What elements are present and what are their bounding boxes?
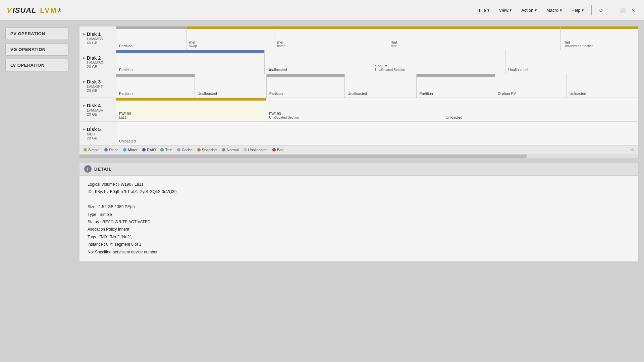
disk-1-seg-3[interactable]: rhel home (274, 26, 388, 50)
maximize-btn[interactable]: ⬜ (619, 6, 627, 14)
disk-3-seg-7[interactable]: Unloacted (567, 74, 638, 98)
legend-unallocated-label: Unallocated (248, 148, 268, 152)
disk-3-seg-1-label: Partition (119, 92, 192, 96)
detail-status: Status : READ WRITE ACTIVATED (88, 219, 630, 225)
disk-3-seg-4[interactable]: Unalloacted (345, 74, 417, 98)
disk-1-seg-1-bar (116, 26, 186, 29)
disk-5-type: MBR (87, 132, 101, 136)
disk-5-seg-1-bar (116, 122, 638, 124)
lv-operation-btn[interactable]: LV OPERATION (5, 59, 68, 71)
file-menu-btn[interactable]: File ▾ (474, 5, 494, 15)
disk-4-seg-3-label: Unloacted (446, 115, 636, 119)
disk-3-seg-6-label: Orphan PV (498, 92, 564, 96)
disk-4-seg-3-bar (443, 98, 638, 101)
disk-3-segments: Partition Unalloacted Partition Unalloac… (116, 74, 638, 98)
close-btn[interactable]: ✕ (629, 6, 637, 14)
legend-mirror-dot (123, 148, 126, 152)
legend-unallocated: Unallocated (244, 148, 268, 152)
h-scroll-thumb (79, 155, 527, 158)
disk-4-name: Disk 4 (87, 103, 103, 108)
disk-2-arrow-icon: ▶ (83, 56, 86, 60)
vg-operation-btn[interactable]: VG OPERATION (5, 43, 68, 56)
disk-3-seg-6-bar (495, 74, 567, 77)
disk-5-arrow: ▶ Disk 5 MBR 20 GB (83, 127, 113, 140)
disk-3-row: ▶ Disk 3 LVM/GPT 20 GB Partition (79, 74, 638, 98)
disk-2-size: 20 GB (87, 65, 103, 69)
disk-3-seg-6[interactable]: Orphan PV (495, 74, 567, 98)
disk-5-row: ▶ Disk 5 MBR 20 GB Unloacted (79, 122, 638, 145)
disk-1-seg-4-bar (388, 26, 560, 29)
disk-3-seg-3[interactable]: Partition (267, 74, 345, 98)
disk-2-seg-1[interactable]: Partition (116, 50, 265, 74)
disk-1-arrow: ▶ Disk 1 LVM/MBR 60 GB (83, 32, 113, 45)
disk-1-seg-4-label: rhel (391, 40, 558, 44)
legend-normal-label: Normal (227, 148, 238, 152)
disk-1-seg-2[interactable]: rhel swap (186, 26, 274, 50)
disk-2-row: ▶ Disk 2 LVM/MBR 20 GB Partition (79, 50, 638, 74)
disk-4-seg-1-sublabel: La11 (119, 116, 263, 119)
disk-2-seg-3-label: SpitFire (375, 64, 502, 68)
main-content: ▶ Disk 1 LVM/MBR 60 GB Partition (74, 21, 644, 362)
disk-5-seg-1[interactable]: Unloacted (116, 122, 638, 145)
h-scrollbar[interactable] (79, 154, 638, 158)
legend-mirror: Mirror (123, 148, 138, 152)
disk-panel: ▶ Disk 1 LVM/MBR 60 GB Partition (79, 26, 639, 158)
disk-1-seg-2-sublabel: swap (189, 44, 271, 48)
disk-1-seg-5[interactable]: rhel Unallocated Section (561, 26, 638, 50)
disk-1-seg-4[interactable]: rhel root (388, 26, 561, 50)
legend-simple-dot (84, 148, 87, 152)
detail-body: Logical Volume : FW190 / La11 ID : K8yzP… (79, 176, 638, 261)
disk-2-seg-4[interactable]: Unallocated (505, 50, 638, 74)
disk-3-size: 20 GB (87, 88, 103, 93)
legend-bad-label: Bad (277, 148, 284, 152)
detail-allocation: Allocation Policy Inherit (88, 226, 630, 233)
detail-icon: i (84, 165, 92, 173)
disk-2-seg-1-label: Partition (119, 68, 262, 72)
disk-1-seg-5-bar (561, 26, 638, 29)
disk-2-label: ▶ Disk 2 LVM/MBR 20 GB (79, 50, 116, 74)
disk-4-seg-3[interactable]: Unloacted (443, 98, 638, 121)
disk-1-seg-1[interactable]: Partition (116, 26, 186, 50)
disk-3-seg-1[interactable]: Partition (116, 74, 195, 98)
disk-3-seg-5[interactable]: Partition (417, 74, 495, 98)
disk-3-seg-2-label: Unalloacted (198, 92, 264, 96)
disk-2-seg-3[interactable]: SpitFire Unallocated Section (372, 50, 505, 74)
disk-5-arrow-icon: ▶ (83, 127, 86, 131)
disk-2-seg-2[interactable]: Unallocated (265, 50, 372, 74)
legend-raid-dot (142, 148, 146, 152)
view-menu-btn[interactable]: View ▾ (494, 5, 517, 15)
disk-4-seg-1[interactable]: FW190 La11 (116, 98, 266, 121)
action-menu-btn[interactable]: Action ▾ (517, 5, 542, 15)
window-controls: ↺ — ⬜ ✕ (597, 6, 637, 14)
disk-4-seg-2-sublabel: Unallocated Section (269, 116, 440, 119)
legend-thin-dot (160, 148, 164, 152)
legend-cache-label: Cache (182, 148, 193, 152)
logo-v: V (7, 6, 12, 15)
disk-4-row: ▶ Disk 4 LVM/MBR 20 GB FW190 La11 (79, 98, 638, 122)
legend-stripe: Stripe (104, 148, 119, 152)
disk-5-name: Disk 5 (87, 127, 101, 132)
disk-2-seg-1-bar (116, 50, 264, 53)
disk-legend: Simple Stripe Mirror RAID Thin Cache (79, 145, 638, 154)
legend-simple-label: Simple (88, 148, 100, 152)
detail-header: i DETAIL (79, 163, 638, 176)
disk-3-seg-2[interactable]: Unalloacted (195, 74, 267, 98)
help-menu-btn[interactable]: Help ▾ (567, 5, 589, 15)
detail-device: Not Specified persistent device number (88, 249, 630, 255)
legend-normal: Normal (222, 148, 238, 152)
legend-collapse-btn[interactable]: ≪ (630, 147, 634, 152)
disk-panel-inner[interactable]: ▶ Disk 1 LVM/MBR 60 GB Partition (79, 26, 638, 145)
disk-3-seg-2-bar (195, 74, 266, 77)
disk-5-segments: Unloacted (116, 122, 638, 145)
refresh-btn[interactable]: ↺ (597, 6, 605, 14)
minimize-btn[interactable]: — (608, 6, 616, 14)
detail-tags: Tags : "NO","No1","No2", (88, 234, 630, 240)
disk-4-seg-2[interactable]: FW190 Unallocated Section (266, 98, 443, 121)
disk-3-seg-7-label: Unloacted (570, 92, 636, 96)
disk-3-seg-5-label: Partition (419, 92, 492, 96)
macro-menu-btn[interactable]: Macro ▾ (542, 5, 567, 15)
disk-1-seg-3-label: rhel (277, 40, 385, 44)
pv-operation-btn[interactable]: PV OPERATION (5, 27, 68, 40)
detail-title: DETAIL (94, 167, 112, 172)
legend-thin-label: Thin (165, 148, 172, 152)
